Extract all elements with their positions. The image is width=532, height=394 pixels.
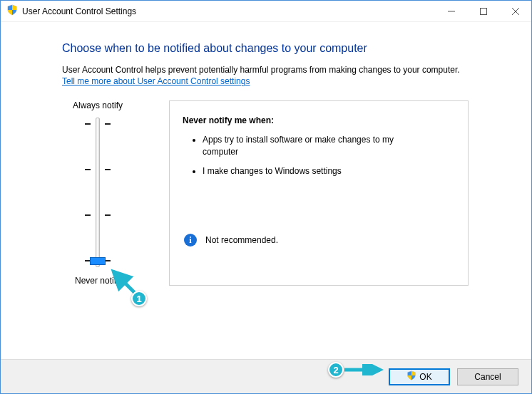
svg-rect-1	[480, 8, 486, 14]
ok-button[interactable]: OK	[389, 368, 450, 385]
slider-thumb[interactable]	[90, 257, 106, 265]
info-bullet: I make changes to Windows settings	[203, 165, 431, 177]
ok-label: OK	[419, 372, 431, 382]
button-row: OK Cancel	[1, 359, 531, 393]
close-button[interactable]	[499, 1, 531, 21]
uac-shield-icon	[406, 370, 416, 383]
maximize-button[interactable]	[467, 1, 499, 21]
learn-more-link[interactable]: Tell me more about User Account Control …	[62, 76, 250, 86]
notification-info-box: Never notify me when: Apps try to instal…	[169, 100, 469, 286]
cancel-label: Cancel	[474, 372, 501, 382]
window-title: User Account Control Settings	[22, 6, 435, 16]
minimize-button[interactable]	[435, 1, 467, 21]
info-bullet: Apps try to install software or make cha…	[203, 134, 431, 158]
notification-slider: Always notify Never notify	[62, 100, 133, 286]
slider-label-top: Always notify	[73, 100, 123, 110]
callout-badge-1: 1	[131, 291, 147, 306]
recommendation-text: Not recommended.	[205, 235, 278, 245]
content-area: Choose when to be notified about changes…	[1, 22, 531, 286]
info-title: Never notify me when:	[183, 115, 455, 125]
main-area: Always notify Never notify Never notify …	[62, 100, 497, 286]
recommendation-row: i Not recommended.	[183, 234, 455, 247]
titlebar: User Account Control Settings	[1, 1, 531, 22]
slider-track[interactable]	[76, 118, 119, 267]
description-text: User Account Control helps prevent poten…	[62, 65, 497, 75]
info-list: Apps try to install software or make cha…	[183, 134, 455, 177]
callout-badge-2: 2	[328, 362, 344, 378]
info-icon: i	[184, 234, 197, 247]
uac-shield-icon	[6, 4, 18, 18]
cancel-button[interactable]: Cancel	[457, 368, 518, 385]
slider-label-bottom: Never notify	[75, 276, 121, 286]
window-controls	[435, 1, 531, 21]
page-heading: Choose when to be notified about changes…	[62, 42, 497, 55]
